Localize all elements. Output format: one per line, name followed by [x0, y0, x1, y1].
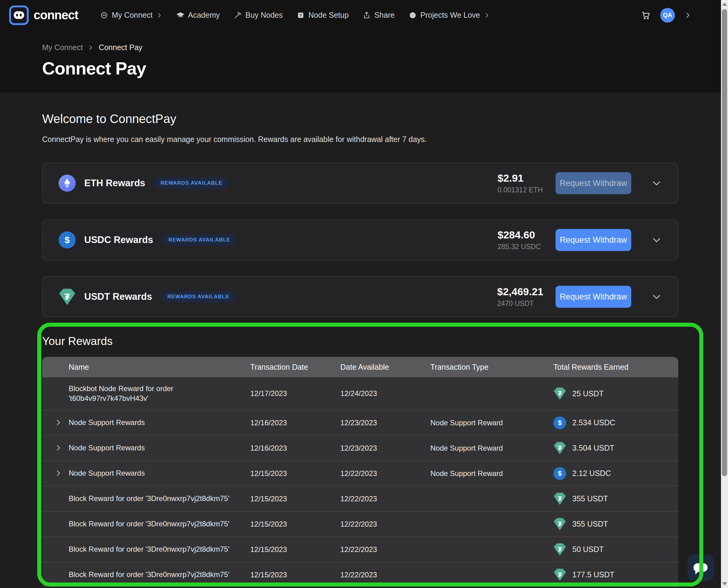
reward-name: Node Support Rewards	[69, 469, 145, 477]
date-available: 12/22/2023	[340, 571, 430, 579]
transaction-type: Node Support Reward	[430, 469, 553, 478]
robot-icon	[100, 11, 108, 19]
transaction-date: 12/15/2023	[250, 495, 340, 503]
nav-item-academy[interactable]: Academy	[176, 11, 220, 20]
nav-label: Node Setup	[308, 11, 348, 20]
usdc-icon: $	[553, 467, 566, 480]
request-withdraw-button[interactable]: Request Withdraw	[556, 286, 631, 308]
name-cell: Node Support Rewards	[42, 468, 250, 478]
eth-diamond-icon	[63, 178, 72, 188]
column-header-total-rewards: Total Rewards Earned	[553, 363, 678, 372]
usd-amount: $2,469.21	[497, 286, 543, 298]
transaction-date: 12/15/2023	[250, 520, 340, 528]
card-amounts: $2.91 0.001312 ETH	[497, 172, 543, 194]
chevron-down-icon[interactable]	[651, 178, 662, 188]
reward-name: Blockbot Node Reward for order 't60b4v97…	[69, 384, 173, 402]
rewards-available-badge: REWARDS AVAILABLE	[161, 291, 235, 302]
request-withdraw-button[interactable]: Request Withdraw	[556, 229, 631, 251]
usdc-icon: $	[59, 231, 76, 249]
amount-cell: ₮ 50 USDT	[553, 543, 678, 556]
amount-cell: $ 2.534 USDC	[553, 416, 678, 429]
pickaxe-icon	[234, 11, 242, 19]
expand-chevron-icon[interactable]	[54, 469, 62, 477]
chevron-down-icon[interactable]	[651, 235, 662, 245]
request-withdraw-button[interactable]: Request Withdraw	[556, 172, 631, 194]
scrollbar	[721, 0, 728, 588]
chat-button[interactable]	[687, 554, 714, 581]
amount-cell: ₮ 25 USDT	[553, 387, 678, 400]
reward-name: Block Reward for order '3Dre0nwxrp7vj2t8…	[69, 520, 230, 528]
transaction-date: 12/15/2023	[250, 571, 340, 579]
breadcrumb-my-connect[interactable]: My Connect	[42, 43, 83, 52]
rewards-available-badge: REWARDS AVAILABLE	[154, 178, 229, 189]
reward-amount: 3.504 USDT	[572, 444, 615, 453]
column-header-transaction-type: Transaction Type	[430, 363, 553, 372]
welcome-heading: Welcome to ConnectPay	[42, 112, 678, 126]
reward-amount: 2.12 USDC	[572, 469, 611, 478]
nav-right-group: QA	[641, 8, 691, 23]
table-row: Block Reward for order '3Dre0nwxrp7vj2t8…	[42, 486, 678, 511]
nav-item-share[interactable]: Share	[363, 11, 395, 20]
table-row: Block Reward for order '3Dre0nwxrp7vj2t8…	[42, 562, 678, 587]
date-available: 12/22/2023	[340, 469, 430, 478]
usdt-icon: ₮	[553, 492, 566, 505]
table-row[interactable]: Node Support Rewards 12/16/2023 12/23/20…	[42, 410, 678, 435]
rewards-table: Name Transaction Date Date Available Tra…	[42, 357, 678, 587]
name-cell: Block Reward for order '3Dre0nwxrp7vj2t8…	[42, 544, 250, 554]
scroll-down-arrow-icon[interactable]	[722, 582, 727, 586]
expand-chevron-icon[interactable]	[54, 444, 62, 452]
brand-logo[interactable]: connect	[9, 5, 78, 25]
name-cell: Block Reward for order '3Dre0nwxrp7vj2t8…	[42, 493, 250, 503]
nav-item-buy-nodes[interactable]: Buy Nodes	[234, 11, 283, 20]
chevron-down-icon[interactable]	[651, 292, 662, 302]
scroll-up-arrow-icon[interactable]	[722, 2, 727, 6]
name-cell: Block Reward for order '3Dre0nwxrp7vj2t8…	[42, 519, 250, 529]
page-title: Connect Pay	[42, 58, 728, 79]
transaction-date: 12/16/2023	[250, 419, 340, 427]
chat-bubble-icon	[693, 563, 708, 572]
table-row[interactable]: Node Support Rewards 12/15/2023 12/22/20…	[42, 460, 678, 486]
reward-name: Block Reward for order '3Dre0nwxrp7vj2t8…	[69, 570, 230, 579]
crypto-amount: 0.001312 ETH	[497, 186, 543, 194]
crypto-amount: 285.32 USDC	[497, 243, 543, 251]
nav-item-node-setup[interactable]: ? Node Setup	[297, 11, 348, 20]
column-header-transaction-date: Transaction Date	[250, 363, 340, 372]
usd-amount: $2.91	[497, 172, 543, 184]
date-available: 12/22/2023	[340, 520, 430, 528]
rewards-available-badge: REWARDS AVAILABLE	[163, 234, 237, 246]
card-amounts: $284.60 285.32 USDC	[497, 229, 543, 251]
connect-logo-icon	[9, 5, 29, 25]
transaction-date: 12/16/2023	[250, 444, 340, 453]
cart-icon[interactable]	[641, 10, 651, 20]
reward-name: Node Support Rewards	[69, 418, 145, 426]
card-amounts: $2,469.21 2470 USDT	[497, 286, 543, 308]
reward-amount: 2.534 USDC	[572, 418, 615, 427]
usdt-icon: ₮	[553, 568, 566, 581]
column-header-name: Name	[42, 363, 250, 372]
date-available: 12/23/2023	[340, 419, 430, 427]
reward-amount: 355 USDT	[572, 520, 608, 528]
nav-item-projects-we-love[interactable]: Projects We Love	[409, 11, 490, 20]
expand-chevron-icon[interactable]	[54, 419, 62, 426]
nav-item-my-connect[interactable]: My Connect	[100, 11, 162, 20]
scrollbar-thumb[interactable]	[722, 9, 727, 476]
avatar[interactable]: QA	[660, 8, 675, 23]
date-available: 12/22/2023	[340, 545, 430, 554]
name-cell: Node Support Rewards	[42, 418, 250, 427]
table-row[interactable]: Node Support Rewards 12/16/2023 12/23/20…	[42, 435, 678, 460]
transaction-type: Node Support Reward	[430, 444, 553, 453]
reward-amount: 177.5 USDT	[572, 570, 615, 579]
card-title: USDC Rewards	[84, 234, 153, 246]
amount-cell: ₮ 3.504 USDT	[553, 442, 678, 455]
name-cell: Block Reward for order '3Dre0nwxrp7vj2t8…	[42, 570, 250, 580]
main-content: Welcome to ConnectPay ConnectPay is wher…	[0, 112, 728, 587]
chevron-right-icon[interactable]	[684, 12, 691, 19]
compass-icon	[409, 11, 417, 19]
nav-label: My Connect	[112, 11, 152, 20]
eth-rewards-card: ETH Rewards REWARDS AVAILABLE $2.91 0.00…	[42, 163, 678, 204]
amount-cell: ₮ 355 USDT	[553, 518, 678, 531]
svg-text:?: ?	[299, 13, 302, 17]
usdt-icon: ₮	[59, 288, 76, 305]
transaction-date: 12/15/2023	[250, 469, 340, 478]
card-title: USDT Rewards	[84, 291, 152, 302]
